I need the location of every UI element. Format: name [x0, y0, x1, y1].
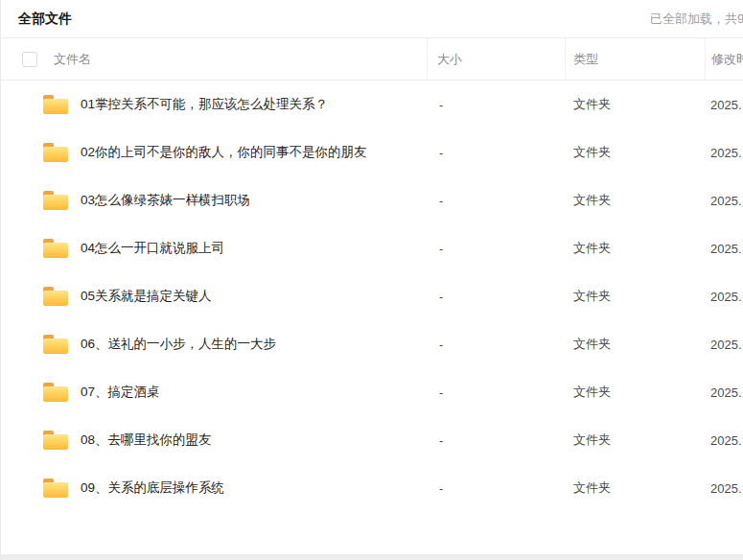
page-title: 全部文件 [18, 11, 72, 28]
file-type: 文件夹 [573, 240, 611, 257]
column-header-size[interactable]: 大小 [437, 51, 462, 68]
file-type: 文件夹 [573, 144, 611, 161]
file-modified-date: 2025. [710, 242, 742, 256]
folder-icon [43, 143, 68, 162]
folder-icon [43, 335, 68, 354]
column-divider [427, 38, 428, 80]
file-modified-date: 2025. [710, 433, 742, 448]
folder-icon [43, 95, 68, 114]
file-modified-date: 2025. [710, 98, 742, 112]
file-size: - [439, 146, 443, 160]
column-header-modified[interactable]: 修改时间 [711, 51, 743, 68]
file-size: - [439, 98, 443, 112]
column-header-type[interactable]: 类型 [573, 51, 598, 68]
folder-icon [43, 431, 68, 450]
file-type: 文件夹 [573, 192, 611, 209]
table-row[interactable]: 02你的上司不是你的敌人，你的同事不是你的朋友 - 文件夹 2025. [1, 128, 743, 176]
table-row[interactable]: 09、关系的底层操作系统 - 文件夹 2025. [1, 464, 743, 512]
file-modified-date: 2025. [710, 481, 742, 496]
file-name[interactable]: 01掌控关系不可能，那应该怎么处理关系？ [81, 96, 328, 113]
file-modified-date: 2025. [710, 146, 742, 160]
folder-icon [43, 239, 68, 258]
file-size: - [439, 433, 443, 448]
horizontal-scrollbar-track[interactable] [1, 554, 743, 560]
table-row[interactable]: 05关系就是搞定关键人 - 文件夹 2025. [1, 272, 743, 320]
file-name[interactable]: 09、关系的底层操作系统 [81, 479, 224, 497]
column-divider [705, 38, 706, 80]
file-type: 文件夹 [573, 479, 611, 497]
folder-icon [43, 191, 68, 210]
file-name[interactable]: 05关系就是搞定关键人 [81, 288, 212, 305]
file-modified-date: 2025. [710, 385, 742, 400]
file-modified-date: 2025. [710, 290, 742, 304]
select-all-checkbox[interactable] [22, 52, 37, 67]
file-size: - [439, 481, 443, 496]
file-name[interactable]: 08、去哪里找你的盟友 [81, 432, 212, 449]
file-modified-date: 2025. [710, 194, 742, 208]
file-type: 文件夹 [573, 96, 611, 113]
folder-icon [43, 287, 68, 306]
file-name[interactable]: 04怎么一开口就说服上司 [81, 240, 224, 257]
load-status-text: 已全部加载，共9个 [650, 11, 743, 28]
file-type: 文件夹 [573, 384, 611, 401]
topbar: 全部文件 已全部加载，共9个 [1, 0, 743, 38]
table-row[interactable]: 03怎么像绿茶婊一样横扫职场 - 文件夹 2025. [1, 176, 743, 224]
file-list: 01掌控关系不可能，那应该怎么处理关系？ - 文件夹 2025. 02你的上司不… [1, 81, 743, 512]
file-size: - [439, 385, 443, 400]
file-modified-date: 2025. [710, 338, 742, 352]
folder-icon [43, 383, 68, 402]
table-row[interactable]: 04怎么一开口就说服上司 - 文件夹 2025. [1, 224, 743, 272]
file-size: - [439, 194, 443, 208]
file-size: - [439, 242, 443, 256]
table-row[interactable]: 06、送礼的一小步，人生的一大步 - 文件夹 2025. [1, 320, 743, 368]
file-name[interactable]: 02你的上司不是你的敌人，你的同事不是你的朋友 [81, 144, 367, 161]
file-name[interactable]: 06、送礼的一小步，人生的一大步 [81, 336, 276, 353]
file-size: - [439, 290, 443, 304]
table-header-row: 文件名 大小 类型 修改时间 [1, 38, 743, 81]
file-type: 文件夹 [573, 288, 611, 305]
folder-icon [43, 478, 68, 498]
file-type: 文件夹 [573, 336, 611, 353]
table-row[interactable]: 07、搞定酒桌 - 文件夹 2025. [1, 368, 743, 416]
column-divider [565, 38, 566, 80]
table-row[interactable]: 08、去哪里找你的盟友 - 文件夹 2025. [1, 416, 743, 464]
file-manager-panel: 全部文件 已全部加载，共9个 文件名 大小 类型 修改时间 01掌控关系不可能，… [0, 0, 743, 560]
file-size: - [439, 338, 443, 352]
column-header-name[interactable]: 文件名 [54, 51, 91, 68]
file-name[interactable]: 03怎么像绿茶婊一样横扫职场 [81, 192, 250, 209]
file-name[interactable]: 07、搞定酒桌 [81, 384, 160, 401]
table-row[interactable]: 01掌控关系不可能，那应该怎么处理关系？ - 文件夹 2025. [1, 81, 743, 128]
file-type: 文件夹 [573, 432, 611, 449]
